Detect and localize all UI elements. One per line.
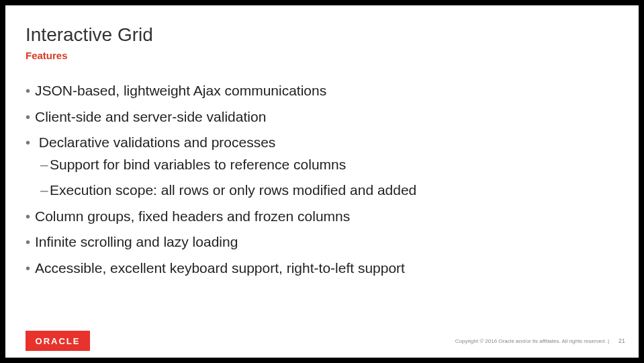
bullet-item: JSON-based, lightweight Ajax communicati…: [26, 80, 618, 102]
slide-subtitle: Features: [26, 50, 618, 61]
copyright-block: Copyright © 2016 Oracle and/or its affil…: [455, 337, 625, 344]
bullet-text: Declarative validations and processes: [39, 134, 276, 150]
slide: Interactive Grid Features JSON-based, li…: [5, 5, 639, 358]
sub-bullet-item: Execution scope: all rows or only rows m…: [40, 179, 618, 202]
bullet-list: JSON-based, lightweight Ajax communicati…: [26, 80, 618, 279]
slide-title: Interactive Grid: [26, 24, 618, 46]
bullet-item: Column groups, fixed headers and frozen …: [26, 206, 618, 228]
sub-bullet-list: Support for bind variables to reference …: [40, 154, 618, 202]
slide-footer: ORACLE Copyright © 2016 Oracle and/or it…: [26, 331, 625, 351]
slide-content: Interactive Grid Features JSON-based, li…: [5, 5, 639, 279]
copyright-text: Copyright © 2016 Oracle and/or its affil…: [455, 338, 609, 344]
bullet-item: Accessible, excellent keyboard support, …: [26, 257, 618, 280]
page-number: 21: [618, 337, 625, 344]
oracle-logo-text: ORACLE: [36, 336, 81, 346]
oracle-logo: ORACLE: [26, 331, 90, 351]
sub-bullet-item: Support for bind variables to reference …: [40, 154, 618, 176]
bullet-item: Infinite scrolling and lazy loading: [26, 231, 618, 253]
bullet-item: Client-side and server-side validation: [26, 106, 618, 128]
bullet-item: Declarative validations and processes Su…: [26, 132, 618, 202]
